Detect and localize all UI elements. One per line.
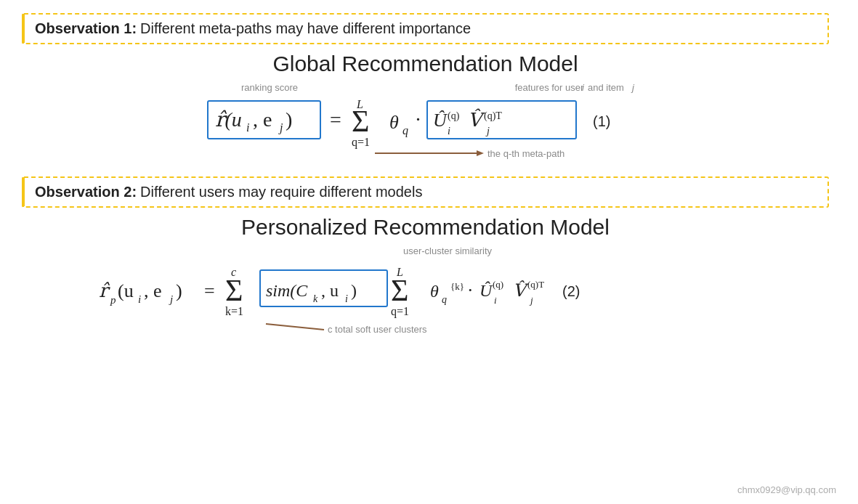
formula2-equals: = [204,280,215,301]
formula2-theta: θ [430,282,439,301]
formula2-comma: , e [144,280,162,301]
formula2-j-sub: j [169,293,173,305]
formula2-q-sup-U: (q) [493,279,503,290]
observation1-box: Observation 1: Different meta-paths may … [22,13,829,44]
formula-j-sub-V: j [485,126,490,137]
observation2-box: Observation 2: Different users may requi… [22,176,829,208]
formula2-j-sub-V: j [529,295,533,306]
metapath-arrowhead [477,150,484,156]
global-formula-container: ranking score features for user i and it… [22,79,829,174]
formula2-r-hat: r̂ [99,280,110,301]
formula-q1: q=1 [352,136,370,149]
formula-sigma: Σ [352,105,369,138]
global-formula-svg: ranking score features for user i and it… [128,79,724,166]
annotation-ranking-score: ranking score [240,82,297,93]
formula2-dot: · [468,280,473,301]
formula-q-sup-U: (q) [448,110,460,122]
formula-equals: = [330,108,341,131]
formula-comma: , e [253,108,272,131]
formula2-i-sub: i [138,293,141,305]
formula2-sigma1: Σ [225,274,243,307]
formula2-k1: k=1 [225,305,243,317]
formula2-sim: sim(C [266,281,308,300]
annotation-features: features for user [514,82,583,93]
formula2-paren-close2: ) [351,281,357,300]
formula2-sigma2: Σ [391,274,408,307]
formula-dot: · [416,108,421,131]
annotation-i: i [582,82,585,93]
formula2-i-sub-U: i [494,295,497,306]
formula2-qT-sup-V: (q)T [527,279,544,290]
personalized-formula-container: user-cluster similarity r̂ p (u i , e j … [22,243,829,337]
observation2-text: Different users may require different mo… [140,184,422,200]
formula-qT-sup-V: (q)T [484,110,502,122]
formula-theta: θ [389,112,399,133]
formula-j-sub: j [278,121,283,134]
formula2-comma2: , u [321,281,339,300]
annotation-j: j [631,82,635,93]
annotation-metapath: the q-th meta-path [487,148,564,159]
formula-number-1: (1) [593,113,610,129]
formula2-q1: q=1 [391,305,409,318]
formula-paren-close: ) [286,108,292,131]
formula-q-sub: q [402,124,408,137]
page-container: Observation 1: Different meta-paths may … [0,0,858,504]
annotation-and: and item [588,82,624,93]
formula2-p-sub: p [110,294,116,306]
formula-number-2: (2) [562,283,580,299]
observation1-label: Observation 1: [35,20,137,37]
formula-V-hat: V̂ [468,108,485,131]
formula2-k-sub: k [313,293,318,304]
clusters-arrow [266,324,324,330]
personalized-formula-svg: user-cluster similarity r̂ p (u i , e j … [77,243,774,337]
formula2-paren-open: (u [118,280,134,301]
formula2-U-hat: Û [479,281,493,300]
formula-i-sub: i [246,121,249,134]
formula2-i-sub2: i [345,293,348,304]
personalized-model-title: Personalized Recommendation Model [22,215,829,240]
formula-r-hat-text: r̂(u [215,108,242,131]
formula2-q-sub2: q [442,294,447,305]
formula-i-sub-U: i [448,126,450,137]
watermark: chmx0929@vip.qq.com [737,484,836,495]
annotation-user-cluster-similarity: user-cluster similarity [402,245,492,256]
annotation-clusters: c total soft user clusters [328,324,427,335]
formula2-paren-close: ) [176,280,182,301]
observation2-label: Observation 2: [35,184,137,200]
formula2-k-brace: {k} [450,281,464,292]
formula-U-hat: Û [433,110,448,131]
observation1-text: Different meta-paths may have different … [140,20,471,37]
global-model-title: Global Recommendation Model [22,52,829,76]
